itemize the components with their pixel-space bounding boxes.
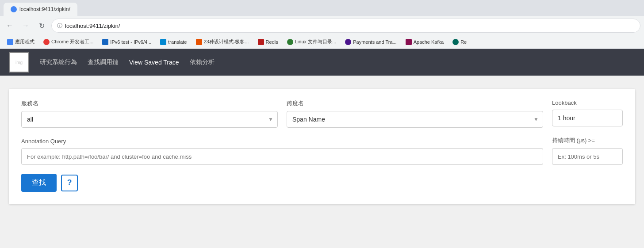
bookmark-redis-label: Redis <box>266 39 278 45</box>
bookmark-ipv6-label: IPv6 test - IPv6/4... <box>110 39 151 45</box>
service-name-label: 服務名 <box>21 99 278 107</box>
annotation-input[interactable] <box>21 148 543 165</box>
lookback-select[interactable]: 1 hour <box>552 110 623 126</box>
nav-bar: img 研究系統行為 查找調用鏈 View Saved Trace 依賴分析 <box>0 49 644 76</box>
back-button[interactable]: ← <box>4 19 16 32</box>
span-name-label: 跨度名 <box>287 99 543 107</box>
redis-favicon <box>258 39 264 45</box>
kafka-favicon <box>406 39 412 45</box>
span-name-group: 跨度名 Span Name ▼ <box>287 99 543 128</box>
lookback-label: Lookback <box>552 99 623 106</box>
nav-logo: img <box>9 52 29 72</box>
bookmark-23[interactable]: 23种设计模式-极客... <box>192 37 253 46</box>
bookmark-apps-label: 應用程式 <box>15 38 34 45</box>
annotation-group: Annotation Query <box>21 138 543 165</box>
help-button[interactable]: ? <box>61 175 78 191</box>
translate-favicon <box>160 39 166 45</box>
service-name-group: 服務名 all ▼ <box>21 99 278 128</box>
buttons-row: 查找 ? <box>21 174 623 192</box>
tab-favicon <box>11 6 17 12</box>
app-wrapper: img 研究系統行為 查找調用鏈 View Saved Trace 依賴分析 服… <box>0 49 644 226</box>
bookmark-redis[interactable]: Redis <box>254 38 282 46</box>
active-tab[interactable]: localhost:9411/zipkin/ <box>4 3 77 16</box>
payments-favicon <box>345 39 351 45</box>
bookmark-translate[interactable]: translate <box>157 38 190 46</box>
bookmarks-bar: 應用程式 Chrome 开发者工... IPv6 test - IPv6/4..… <box>0 35 644 49</box>
span-name-select-wrapper: Span Name ▼ <box>287 111 543 128</box>
nav-link-view-saved-trace[interactable]: View Saved Trace <box>129 57 179 68</box>
reload-button[interactable]: ↻ <box>35 19 48 32</box>
nav-link-system-behavior[interactable]: 研究系統行為 <box>40 57 77 68</box>
search-button[interactable]: 查找 <box>21 174 57 192</box>
form-row-1: 服務名 all ▼ 跨度名 Span Name ▼ <box>21 99 623 128</box>
tabs-bar: localhost:9411/zipkin/ <box>0 0 644 16</box>
re-favicon <box>452 39 459 45</box>
nav-link-find-trace[interactable]: 查找調用鏈 <box>88 57 119 68</box>
service-name-select-wrapper: all ▼ <box>21 111 278 128</box>
linux-favicon <box>287 39 293 45</box>
bookmark-linux[interactable]: Linux 文件与目录... <box>284 37 340 46</box>
duration-input[interactable] <box>552 148 623 165</box>
bookmark-re[interactable]: Re <box>449 38 470 46</box>
chrome-favicon <box>43 39 50 45</box>
bookmark-payments[interactable]: Payments and Tra... <box>341 38 400 46</box>
address-bar[interactable]: ⓘ localhost:9411/zipkin/ <box>51 19 640 33</box>
duration-group: 持續時間 (μs) >= <box>552 137 623 165</box>
main-content: 服務名 all ▼ 跨度名 Span Name ▼ <box>0 76 644 217</box>
bookmark-23-label: 23种设计模式-极客... <box>204 38 249 45</box>
duration-label: 持續時間 (μs) >= <box>552 137 623 145</box>
browser-toolbar: ← → ↻ ⓘ localhost:9411/zipkin/ <box>0 16 644 35</box>
lock-icon: ⓘ <box>57 22 62 30</box>
bookmark-translate-label: translate <box>168 39 187 45</box>
tab-title: localhost:9411/zipkin/ <box>19 6 70 12</box>
forward-button[interactable]: → <box>19 19 32 32</box>
ipv6-favicon <box>102 39 108 45</box>
nav-link-dependency[interactable]: 依賴分析 <box>190 57 215 68</box>
logo-image: img <box>15 60 23 65</box>
form-row-2: Annotation Query 持續時間 (μs) >= <box>21 137 623 165</box>
span-name-select[interactable]: Span Name <box>287 111 543 128</box>
23-favicon <box>196 39 202 45</box>
bookmark-re-label: Re <box>460 39 467 45</box>
annotation-label: Annotation Query <box>21 138 543 145</box>
bookmark-payments-label: Payments and Tra... <box>353 39 396 45</box>
bookmark-chrome[interactable]: Chrome 开发者工... <box>40 37 97 46</box>
apps-favicon <box>7 39 13 45</box>
bookmark-apps[interactable]: 應用程式 <box>4 37 38 46</box>
bookmark-linux-label: Linux 文件与目录... <box>295 38 337 45</box>
bookmark-kafka[interactable]: Apache Kafka <box>402 38 448 46</box>
service-name-select[interactable]: all <box>21 111 278 128</box>
browser-chrome: localhost:9411/zipkin/ ← → ↻ ⓘ localhost… <box>0 0 644 49</box>
search-card: 服務名 all ▼ 跨度名 Span Name ▼ <box>9 89 635 204</box>
lookback-group: Lookback 1 hour <box>552 99 623 128</box>
bookmark-chrome-label: Chrome 开发者工... <box>51 38 93 45</box>
bookmark-kafka-label: Apache Kafka <box>414 39 444 45</box>
bookmark-ipv6[interactable]: IPv6 test - IPv6/4... <box>99 38 155 46</box>
address-text: localhost:9411/zipkin/ <box>65 23 120 29</box>
